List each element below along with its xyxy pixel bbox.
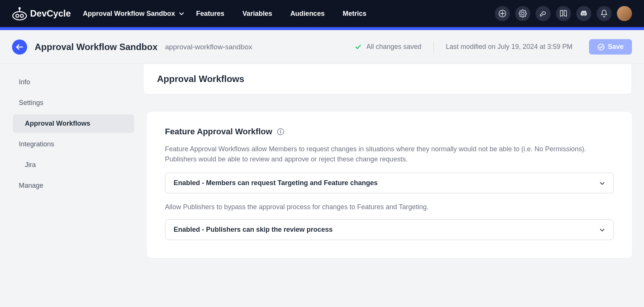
save-status-text: All changes saved xyxy=(366,43,421,51)
svg-point-5 xyxy=(598,44,604,50)
workflow-mode-select[interactable]: Enabled - Members can request Targeting … xyxy=(165,173,614,193)
sidebar-item-settings[interactable]: Settings xyxy=(13,94,134,112)
save-button[interactable]: Save xyxy=(589,39,632,55)
svg-point-2 xyxy=(16,14,19,17)
back-button[interactable] xyxy=(12,40,27,55)
card-description: Feature Approval Workflows allow Members… xyxy=(165,144,614,164)
svg-point-3 xyxy=(20,14,23,17)
discord-button[interactable] xyxy=(576,6,591,21)
save-button-label: Save xyxy=(608,43,624,51)
chevron-down-icon xyxy=(599,180,605,186)
sidebar-item-manage[interactable]: Manage xyxy=(13,176,134,195)
chevron-down-icon xyxy=(179,11,184,16)
check-icon xyxy=(354,43,362,51)
helper-text: Allow Publishers to bypass the approval … xyxy=(165,203,614,211)
sidebar-item-approval-workflows[interactable]: Approval Workflows xyxy=(13,114,134,133)
feature-approval-card: Feature Approval Workflow Feature Approv… xyxy=(147,112,632,258)
body: Info Settings Approval Workflows Integra… xyxy=(0,64,644,270)
project-dropdown[interactable]: Approval Workflow Sandbox xyxy=(83,10,184,18)
arrow-left-icon xyxy=(16,44,23,50)
last-modified: Last modified on July 19, 2024 at 3:59 P… xyxy=(446,43,572,51)
save-status: All changes saved xyxy=(354,43,421,51)
publisher-bypass-value: Enabled - Publishers can skip the review… xyxy=(174,226,333,234)
docs-button[interactable] xyxy=(556,6,571,21)
gear-icon xyxy=(519,9,527,18)
publisher-bypass-select[interactable]: Enabled - Publishers can skip the review… xyxy=(165,219,614,240)
keys-button[interactable] xyxy=(536,6,551,21)
add-button[interactable] xyxy=(495,6,510,21)
discord-icon xyxy=(580,9,588,18)
book-icon xyxy=(559,9,568,18)
svg-point-7 xyxy=(280,130,281,131)
sidebar-item-jira[interactable]: Jira xyxy=(13,156,134,174)
user-avatar[interactable] xyxy=(617,6,632,21)
nav-links: Features Variables Audiences Metrics xyxy=(196,10,366,18)
key-icon xyxy=(539,9,547,18)
logo-icon xyxy=(12,7,27,20)
nav-link-features[interactable]: Features xyxy=(196,10,224,18)
sidebar: Info Settings Approval Workflows Integra… xyxy=(0,64,143,206)
nav-link-variables[interactable]: Variables xyxy=(243,10,272,18)
nav-link-metrics[interactable]: Metrics xyxy=(343,10,366,18)
brand-logo[interactable]: DevCycle xyxy=(12,7,71,20)
bell-icon xyxy=(600,9,608,18)
nav-actions xyxy=(495,6,632,21)
check-circle-icon xyxy=(597,43,605,51)
project-name: Approval Workflow Sandbox xyxy=(83,10,175,18)
page-title: Approval Workflow Sandbox xyxy=(35,42,157,52)
chevron-down-icon xyxy=(599,227,605,233)
sidebar-item-integrations[interactable]: Integrations xyxy=(13,135,134,154)
info-icon[interactable] xyxy=(277,128,284,135)
header-divider xyxy=(433,42,434,52)
card-title: Feature Approval Workflow xyxy=(165,127,272,137)
nav-link-audiences[interactable]: Audiences xyxy=(290,10,325,18)
page-slug: approval-workflow-sandbox xyxy=(165,43,252,51)
notifications-button[interactable] xyxy=(597,6,612,21)
sidebar-item-info[interactable]: Info xyxy=(13,73,134,91)
settings-button[interactable] xyxy=(515,6,530,21)
top-navbar: DevCycle Approval Workflow Sandbox Featu… xyxy=(0,0,644,27)
page-header: Approval Workflow Sandbox approval-workf… xyxy=(0,30,644,64)
brand-name: DevCycle xyxy=(30,8,71,19)
workflow-mode-value: Enabled - Members can request Targeting … xyxy=(174,179,378,187)
plus-circle-icon xyxy=(498,9,507,18)
accent-bar xyxy=(0,27,644,30)
section-title: Approval Workflows xyxy=(157,74,618,84)
svg-point-1 xyxy=(13,12,26,20)
main-content: Approval Workflows Feature Approval Work… xyxy=(143,64,644,270)
section-header: Approval Workflows xyxy=(143,64,632,94)
